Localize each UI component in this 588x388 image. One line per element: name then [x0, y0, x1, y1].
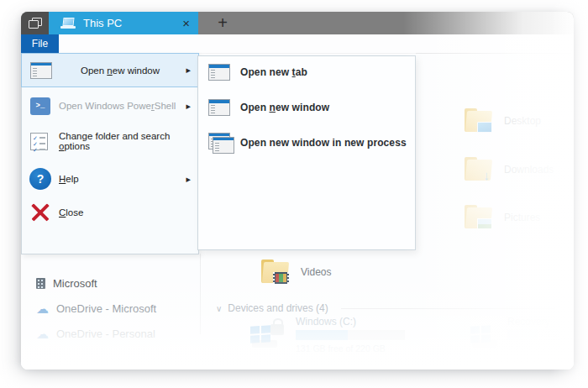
- cloud-icon: ☁: [36, 302, 49, 315]
- folder-desktop[interactable]: Desktop: [465, 104, 541, 138]
- open-new-window-submenu: Open new tab Open new window Open new wi…: [197, 55, 416, 250]
- devices-section-header[interactable]: ∨ Devices and drives (4): [216, 302, 555, 314]
- submenu-arrow-icon: ▸: [186, 65, 191, 76]
- window-icon: [208, 64, 230, 81]
- capacity-bar-fill: [296, 330, 348, 340]
- chevron-down-icon: ∨: [216, 304, 222, 313]
- menu-item-open-new-window[interactable]: Open new window ▸: [21, 53, 199, 87]
- menu-item-label: Open Windows PowerShell: [59, 101, 176, 111]
- tab-close-icon[interactable]: ×: [182, 17, 190, 29]
- submenu-item-open-new-window[interactable]: Open new window: [198, 90, 415, 125]
- folder-label: Videos: [301, 266, 331, 278]
- help-icon: ?: [29, 168, 51, 190]
- menu-item-label: Close: [59, 207, 83, 218]
- powershell-icon: >_: [30, 97, 50, 115]
- film-strip-glyph: [273, 272, 289, 284]
- file-explorer-window: Microsoft ☁ OneDrive - Microsoft ☁ OneDr…: [21, 12, 574, 370]
- sidebar-item-label: OneDrive - Personal: [56, 328, 155, 340]
- capacity-text: 131 GB free of 220 GB: [296, 343, 405, 354]
- capacity-bar: [296, 330, 405, 340]
- drive-windows-c[interactable]: Windows (C:) 131 GB free of 220 GB: [250, 316, 405, 354]
- submenu-item-label: Open new window in new process: [240, 137, 407, 149]
- section-rule: [341, 308, 555, 309]
- folder-label: Pictures: [504, 212, 540, 223]
- menu-item-help[interactable]: ? Help ▸: [22, 161, 198, 197]
- folder-icon: [261, 260, 290, 285]
- file-menu-panel: Open new window ▸ >_ Open Windows PowerS…: [21, 53, 199, 254]
- tab-bar: This PC × +: [21, 12, 574, 34]
- close-x-icon: [30, 202, 50, 223]
- section-title: Devices and drives (4): [228, 302, 328, 314]
- sidebar-item-label: OneDrive - Microsoft: [56, 302, 156, 315]
- desktop-screen-glyph: [477, 122, 492, 133]
- photo-glyph: [477, 218, 492, 229]
- content-top-divider: [416, 53, 574, 54]
- tab-list-button[interactable]: [21, 12, 49, 34]
- sidebar-item-microsoft[interactable]: Microsoft: [36, 275, 97, 291]
- submenu-arrow-icon: ▸: [186, 101, 191, 112]
- tab-this-pc[interactable]: This PC ×: [49, 12, 198, 34]
- windows-cascade-icon: [208, 133, 234, 154]
- submenu-item-open-new-tab[interactable]: Open new tab: [198, 56, 415, 88]
- menu-item-label: Change folder and search options: [59, 131, 198, 151]
- file-menu-button[interactable]: File: [21, 34, 59, 53]
- windows-logo-icon: [250, 325, 270, 343]
- folder-label: Desktop: [504, 115, 541, 127]
- sidebar-item-onedrive-microsoft[interactable]: ☁ OneDrive - Microsoft: [36, 300, 156, 317]
- submenu-item-label: Open new window: [240, 102, 329, 113]
- folder-videos[interactable]: Videos: [261, 255, 331, 289]
- building-icon: [36, 278, 45, 289]
- sidebar-item-label: Microsoft: [53, 277, 97, 290]
- download-arrow-glyph: ↓: [484, 169, 491, 181]
- drive-icon: [250, 316, 289, 351]
- menu-item-open-windows-powershell[interactable]: >_ Open Windows PowerShell ▸: [22, 89, 198, 123]
- stacked-windows-icon: [29, 18, 42, 29]
- submenu-arrow-icon: ▸: [186, 174, 191, 185]
- this-pc-icon: [60, 18, 76, 29]
- folder-icon: [465, 205, 493, 230]
- windows-logo-icon: [470, 325, 491, 343]
- drive-icon: [470, 316, 501, 351]
- folder-pictures[interactable]: Pictures: [465, 201, 540, 234]
- drive-recovery[interactable]: Recovery: [470, 316, 559, 351]
- menu-item-close[interactable]: Close: [22, 197, 198, 228]
- drive-label: Recovery: [507, 316, 559, 328]
- screenshot-canvas: Microsoft ☁ OneDrive - Microsoft ☁ OneDr…: [0, 0, 588, 388]
- menu-item-change-folder-options[interactable]: ✓ ✓ ✓ Change folder and search options: [22, 124, 198, 158]
- menu-item-label: Open new window: [81, 66, 160, 76]
- window-icon: [30, 62, 52, 79]
- drive-info: Recovery: [507, 316, 559, 351]
- checklist-icon: ✓ ✓ ✓: [30, 133, 48, 150]
- drive-info: Windows (C:) 131 GB free of 220 GB: [296, 316, 405, 354]
- folder-icon: ↓: [465, 157, 493, 182]
- submenu-item-open-new-window-new-process[interactable]: Open new window in new process: [198, 125, 415, 160]
- folder-label: Downloads: [504, 164, 554, 176]
- capacity-bar: [507, 330, 559, 340]
- folder-icon: [465, 108, 493, 134]
- new-tab-button[interactable]: +: [207, 12, 238, 34]
- sidebar-divider: [200, 254, 201, 334]
- lock-icon: [270, 324, 284, 335]
- window-icon: [208, 99, 230, 116]
- tab-title: This PC: [83, 17, 122, 29]
- submenu-item-label: Open new tab: [240, 66, 307, 78]
- sidebar-item-onedrive-personal[interactable]: ☁ OneDrive - Personal: [36, 325, 155, 342]
- drive-label: Windows (C:): [296, 316, 405, 328]
- menu-item-label: Help: [59, 174, 79, 184]
- cloud-icon: ☁: [36, 328, 49, 340]
- ribbon-strip: [21, 34, 574, 54]
- capacity-bar-fill: [507, 330, 538, 340]
- folder-downloads[interactable]: ↓ Downloads: [465, 153, 554, 186]
